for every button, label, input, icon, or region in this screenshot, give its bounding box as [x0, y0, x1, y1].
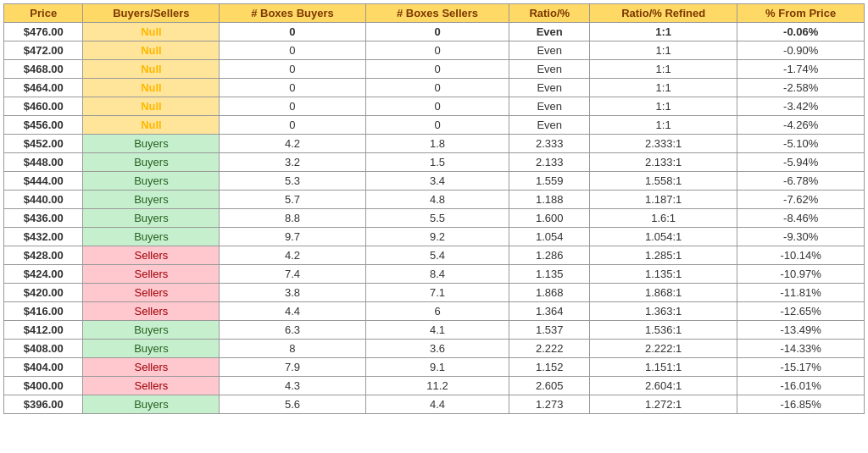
cell-box-sellers: 4.8	[365, 191, 509, 209]
cell-ratio: 1.135	[509, 265, 589, 284]
cell-box-sellers: 3.6	[365, 340, 509, 358]
cell-box-sellers: 0	[365, 23, 509, 41]
cell-buyers-sellers: Buyers	[83, 340, 220, 358]
cell-ratio-refined: 1.6:1	[589, 209, 737, 228]
cell-price: $396.00	[4, 395, 83, 414]
cell-ratio-refined: 1:1	[589, 23, 737, 41]
cell-price: $464.00	[4, 79, 83, 97]
cell-box-buyers: 4.2	[220, 135, 365, 153]
col-ratio-refined: Ratio/% Refined	[589, 4, 737, 23]
cell-box-sellers: 0	[365, 97, 509, 116]
cell-price: $472.00	[4, 41, 83, 60]
cell-box-buyers: 5.3	[220, 172, 365, 191]
col-boxes-buyers: # Boxes Buyers	[220, 4, 365, 23]
cell-price: $432.00	[4, 228, 83, 246]
cell-pct-from-price: -0.06%	[737, 23, 865, 41]
cell-box-buyers: 0	[220, 23, 365, 41]
cell-box-sellers: 4.1	[365, 321, 509, 340]
cell-price: $412.00	[4, 321, 83, 340]
cell-box-buyers: 4.2	[220, 246, 365, 265]
cell-box-sellers: 9.1	[365, 358, 509, 377]
table-row: $452.00Buyers4.21.82.3332.333:1-5.10%	[4, 135, 865, 153]
cell-ratio: 2.222	[509, 340, 589, 358]
cell-box-buyers: 0	[220, 97, 365, 116]
cell-ratio: 1.868	[509, 284, 589, 302]
cell-pct-from-price: -10.14%	[737, 246, 865, 265]
table-row: $396.00Buyers5.64.41.2731.272:1-16.85%	[4, 395, 865, 414]
cell-price: $460.00	[4, 97, 83, 116]
cell-pct-from-price: -14.33%	[737, 340, 865, 358]
table-row: $408.00Buyers83.62.2222.222:1-14.33%	[4, 340, 865, 358]
col-buyers-sellers: Buyers/Sellers	[83, 4, 220, 23]
cell-buyers-sellers: Buyers	[83, 209, 220, 228]
cell-buyers-sellers: Null	[83, 60, 220, 79]
table-row: $468.00Null00Even1:1-1.74%	[4, 60, 865, 79]
cell-buyers-sellers: Null	[83, 116, 220, 135]
main-table: Price Buyers/Sellers # Boxes Buyers # Bo…	[3, 3, 865, 414]
cell-box-buyers: 4.3	[220, 377, 365, 395]
cell-buyers-sellers: Null	[83, 79, 220, 97]
cell-buyers-sellers: Buyers	[83, 395, 220, 414]
cell-pct-from-price: -8.46%	[737, 209, 865, 228]
cell-price: $404.00	[4, 358, 83, 377]
cell-pct-from-price: -5.10%	[737, 135, 865, 153]
cell-box-sellers: 5.4	[365, 246, 509, 265]
cell-pct-from-price: -3.42%	[737, 97, 865, 116]
cell-buyers-sellers: Sellers	[83, 246, 220, 265]
cell-box-sellers: 9.2	[365, 228, 509, 246]
cell-ratio: 1.559	[509, 172, 589, 191]
cell-box-sellers: 4.4	[365, 395, 509, 414]
cell-box-buyers: 8	[220, 340, 365, 358]
cell-price: $424.00	[4, 265, 83, 284]
cell-ratio-refined: 1.272:1	[589, 395, 737, 414]
cell-ratio-refined: 1.536:1	[589, 321, 737, 340]
cell-pct-from-price: -16.01%	[737, 377, 865, 395]
cell-ratio-refined: 1:1	[589, 60, 737, 79]
cell-price: $476.00	[4, 23, 83, 41]
cell-pct-from-price: -4.26%	[737, 116, 865, 135]
cell-box-buyers: 7.9	[220, 358, 365, 377]
cell-pct-from-price: -15.17%	[737, 358, 865, 377]
cell-ratio: 1.188	[509, 191, 589, 209]
cell-box-buyers: 4.4	[220, 302, 365, 321]
table-row: $424.00Sellers7.48.41.1351.135:1-10.97%	[4, 265, 865, 284]
cell-box-sellers: 3.4	[365, 172, 509, 191]
cell-box-sellers: 8.4	[365, 265, 509, 284]
cell-buyers-sellers: Sellers	[83, 377, 220, 395]
cell-box-sellers: 0	[365, 79, 509, 97]
cell-ratio-refined: 1.363:1	[589, 302, 737, 321]
cell-box-sellers: 11.2	[365, 377, 509, 395]
cell-pct-from-price: -6.78%	[737, 172, 865, 191]
cell-buyers-sellers: Sellers	[83, 284, 220, 302]
cell-box-buyers: 8.8	[220, 209, 365, 228]
cell-box-buyers: 7.4	[220, 265, 365, 284]
cell-price: $436.00	[4, 209, 83, 228]
cell-pct-from-price: -13.49%	[737, 321, 865, 340]
cell-price: $468.00	[4, 60, 83, 79]
cell-buyers-sellers: Buyers	[83, 153, 220, 172]
cell-buyers-sellers: Buyers	[83, 172, 220, 191]
cell-ratio: 1.273	[509, 395, 589, 414]
cell-ratio-refined: 1.187:1	[589, 191, 737, 209]
cell-buyers-sellers: Null	[83, 23, 220, 41]
cell-buyers-sellers: Sellers	[83, 265, 220, 284]
cell-ratio-refined: 1.558:1	[589, 172, 737, 191]
cell-ratio-refined: 1:1	[589, 97, 737, 116]
cell-pct-from-price: -11.81%	[737, 284, 865, 302]
cell-ratio: 1.286	[509, 246, 589, 265]
cell-price: $416.00	[4, 302, 83, 321]
cell-price: $452.00	[4, 135, 83, 153]
col-boxes-sellers: # Boxes Sellers	[365, 4, 509, 23]
table-row: $404.00Sellers7.99.11.1521.151:1-15.17%	[4, 358, 865, 377]
cell-buyers-sellers: Buyers	[83, 135, 220, 153]
cell-box-sellers: 6	[365, 302, 509, 321]
cell-box-buyers: 3.8	[220, 284, 365, 302]
cell-ratio: 1.600	[509, 209, 589, 228]
cell-ratio-refined: 1:1	[589, 41, 737, 60]
table-row: $432.00Buyers9.79.21.0541.054:1-9.30%	[4, 228, 865, 246]
cell-price: $444.00	[4, 172, 83, 191]
table-row: $420.00Sellers3.87.11.8681.868:1-11.81%	[4, 284, 865, 302]
cell-price: $456.00	[4, 116, 83, 135]
cell-ratio: 1.054	[509, 228, 589, 246]
cell-buyers-sellers: Buyers	[83, 191, 220, 209]
